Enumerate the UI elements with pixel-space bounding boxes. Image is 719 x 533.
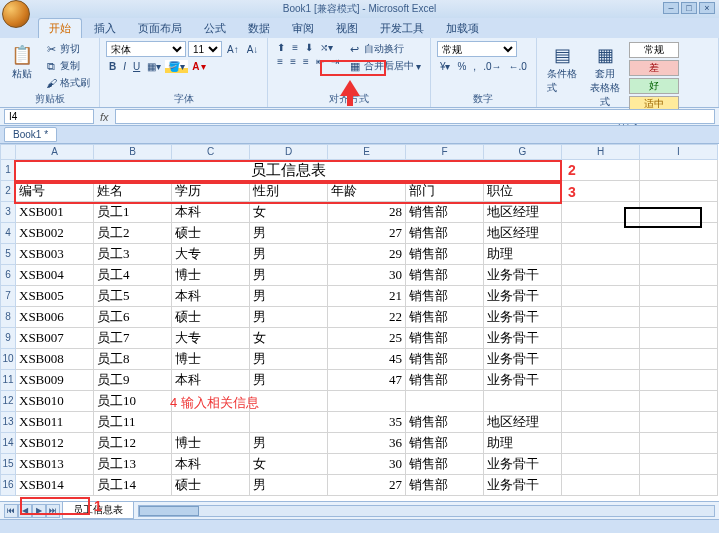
cell[interactable]: XSB012 bbox=[16, 433, 94, 454]
number-format-select[interactable]: 常规 bbox=[437, 41, 517, 57]
cell[interactable]: 业务骨干 bbox=[484, 286, 562, 307]
maximize-button[interactable]: □ bbox=[681, 2, 697, 14]
cell[interactable] bbox=[640, 286, 718, 307]
cell[interactable]: 大专 bbox=[172, 328, 250, 349]
row-head-7[interactable]: 7 bbox=[0, 286, 16, 307]
cell[interactable]: 30 bbox=[328, 454, 406, 475]
wrap-text-button[interactable]: ↩自动换行 bbox=[345, 41, 424, 57]
row-head-8[interactable]: 8 bbox=[0, 307, 16, 328]
cell[interactable] bbox=[562, 265, 640, 286]
format-painter-button[interactable]: 🖌格式刷 bbox=[41, 75, 93, 91]
cell[interactable] bbox=[172, 412, 250, 433]
cell[interactable]: 员工9 bbox=[94, 370, 172, 391]
comma-button[interactable]: , bbox=[470, 60, 479, 73]
cell[interactable]: 女 bbox=[250, 454, 328, 475]
dec-decimal-button[interactable]: ←.0 bbox=[505, 60, 529, 73]
align-center-button[interactable]: ≡ bbox=[287, 55, 299, 68]
align-right-button[interactable]: ≡ bbox=[300, 55, 312, 68]
workbook-tab[interactable]: Book1 * bbox=[4, 127, 57, 142]
cell[interactable]: 学历 bbox=[172, 181, 250, 202]
cell[interactable]: 业务骨干 bbox=[484, 328, 562, 349]
tab-insert[interactable]: 插入 bbox=[84, 19, 126, 38]
row-head-16[interactable]: 16 bbox=[0, 475, 16, 496]
merge-center-button[interactable]: ▦合并后居中▾ bbox=[345, 58, 424, 74]
cell[interactable]: 业务骨干 bbox=[484, 265, 562, 286]
col-head-D[interactable]: D bbox=[250, 144, 328, 160]
row-head-11[interactable]: 11 bbox=[0, 370, 16, 391]
font-name-select[interactable]: 宋体 bbox=[106, 41, 186, 57]
row-head-10[interactable]: 10 bbox=[0, 349, 16, 370]
cell[interactable]: XSB005 bbox=[16, 286, 94, 307]
cell[interactable]: 销售部 bbox=[406, 286, 484, 307]
close-button[interactable]: × bbox=[699, 2, 715, 14]
cell[interactable] bbox=[562, 244, 640, 265]
cell[interactable]: 地区经理 bbox=[484, 412, 562, 433]
cell[interactable]: 销售部 bbox=[406, 244, 484, 265]
cell[interactable]: 博士 bbox=[172, 265, 250, 286]
cell[interactable]: 本科 bbox=[172, 202, 250, 223]
paste-button[interactable]: 📋 粘贴 bbox=[6, 41, 38, 83]
cell[interactable]: 男 bbox=[250, 265, 328, 286]
cell[interactable]: 男 bbox=[250, 370, 328, 391]
cell[interactable]: 28 bbox=[328, 202, 406, 223]
style-normal[interactable]: 常规 bbox=[629, 42, 679, 58]
cell[interactable]: 销售部 bbox=[406, 370, 484, 391]
cell[interactable]: 硕士 bbox=[172, 307, 250, 328]
inc-decimal-button[interactable]: .0→ bbox=[480, 60, 504, 73]
orientation-button[interactable]: ⤭▾ bbox=[317, 41, 336, 54]
cell[interactable] bbox=[640, 454, 718, 475]
col-head-C[interactable]: C bbox=[172, 144, 250, 160]
font-color-button[interactable]: A▾ bbox=[189, 60, 209, 73]
border-button[interactable]: ▦▾ bbox=[144, 60, 164, 73]
currency-button[interactable]: ¥▾ bbox=[437, 60, 454, 73]
row-head-6[interactable]: 6 bbox=[0, 265, 16, 286]
cell[interactable]: 硕士 bbox=[172, 475, 250, 496]
cell[interactable] bbox=[562, 202, 640, 223]
cell[interactable]: 销售部 bbox=[406, 328, 484, 349]
grid-area[interactable]: ABCDEFGHI 12345678910111213141516 员工信息表编… bbox=[0, 144, 719, 504]
col-head-A[interactable]: A bbox=[16, 144, 94, 160]
cut-button[interactable]: ✂剪切 bbox=[41, 41, 93, 57]
sheet-nav-first[interactable]: ⏮ bbox=[4, 504, 18, 518]
cell[interactable]: XSB008 bbox=[16, 349, 94, 370]
cell[interactable] bbox=[640, 223, 718, 244]
cell[interactable] bbox=[562, 412, 640, 433]
col-head-G[interactable]: G bbox=[484, 144, 562, 160]
cell[interactable]: 27 bbox=[328, 223, 406, 244]
cell[interactable]: 销售部 bbox=[406, 412, 484, 433]
scrollbar-thumb[interactable] bbox=[139, 506, 199, 516]
row-head-9[interactable]: 9 bbox=[0, 328, 16, 349]
row-head-4[interactable]: 4 bbox=[0, 223, 16, 244]
row-head-13[interactable]: 13 bbox=[0, 412, 16, 433]
cell[interactable] bbox=[640, 370, 718, 391]
cell[interactable] bbox=[640, 307, 718, 328]
tab-view[interactable]: 视图 bbox=[326, 19, 368, 38]
col-head-H[interactable]: H bbox=[562, 144, 640, 160]
cell[interactable] bbox=[640, 475, 718, 496]
cell[interactable]: 业务骨干 bbox=[484, 454, 562, 475]
tab-layout[interactable]: 页面布局 bbox=[128, 19, 192, 38]
cell[interactable]: 员工4 bbox=[94, 265, 172, 286]
tab-formulas[interactable]: 公式 bbox=[194, 19, 236, 38]
cell[interactable]: 销售部 bbox=[406, 223, 484, 244]
row-head-12[interactable]: 12 bbox=[0, 391, 16, 412]
cell[interactable]: XSB011 bbox=[16, 412, 94, 433]
cell[interactable]: 业务骨干 bbox=[484, 370, 562, 391]
cell[interactable]: 博士 bbox=[172, 433, 250, 454]
cell[interactable] bbox=[562, 475, 640, 496]
cell[interactable]: 性别 bbox=[250, 181, 328, 202]
cell[interactable]: 47 bbox=[328, 370, 406, 391]
col-head-E[interactable]: E bbox=[328, 144, 406, 160]
cell[interactable]: 男 bbox=[250, 286, 328, 307]
name-box[interactable]: I4 bbox=[4, 109, 94, 124]
cell[interactable]: 本科 bbox=[172, 286, 250, 307]
font-size-select[interactable]: 11 bbox=[188, 41, 222, 57]
cell[interactable] bbox=[562, 349, 640, 370]
cell[interactable]: 员工14 bbox=[94, 475, 172, 496]
cell[interactable]: 男 bbox=[250, 475, 328, 496]
cell[interactable]: 业务骨干 bbox=[484, 307, 562, 328]
cell[interactable] bbox=[328, 391, 406, 412]
sheet-nav-prev[interactable]: ◀ bbox=[18, 504, 32, 518]
cell[interactable] bbox=[406, 391, 484, 412]
row-head-15[interactable]: 15 bbox=[0, 454, 16, 475]
